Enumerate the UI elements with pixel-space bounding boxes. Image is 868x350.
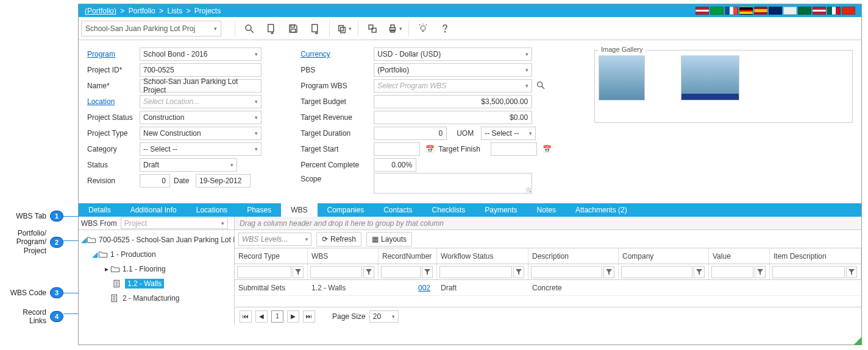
pager-first[interactable]: ⏮ (240, 310, 252, 323)
delete-doc-icon[interactable] (306, 19, 324, 38)
filter-icon[interactable] (422, 266, 433, 278)
search-icon[interactable] (240, 19, 258, 38)
add-doc-icon[interactable] (262, 19, 280, 38)
tab-notes[interactable]: Notes (527, 203, 566, 217)
target-duration-input[interactable]: 0 (374, 127, 447, 140)
pager-page[interactable]: 1 (271, 310, 283, 323)
tab-additional-info[interactable]: Additional Info (121, 203, 187, 217)
flag-us2[interactable] (813, 7, 826, 15)
tab-payments[interactable]: Payments (475, 203, 527, 217)
page-size-select[interactable]: 20▾ (369, 310, 399, 323)
wbs-from-select[interactable]: Project▾ (121, 217, 228, 229)
flag-us[interactable] (695, 7, 709, 15)
project-selector[interactable]: School-San Juan Parking Lot Proj▾ (81, 21, 221, 37)
filter-icon[interactable] (694, 266, 705, 278)
scope-textarea[interactable] (374, 173, 532, 194)
tab-contacts[interactable]: Contacts (374, 203, 422, 217)
category-select[interactable]: -- Select --▾ (140, 142, 261, 156)
pager-next[interactable]: ▶ (287, 310, 299, 323)
flag-es[interactable] (754, 7, 767, 15)
calendar-start-icon[interactable]: 📅 (425, 145, 435, 153)
filter-de[interactable] (531, 266, 602, 278)
save-icon[interactable] (284, 19, 302, 38)
filter-id[interactable] (772, 266, 845, 278)
date-input[interactable]: 19-Sep-2012 (196, 174, 251, 187)
flag-sa[interactable] (798, 7, 811, 15)
search-wbs-icon[interactable] (536, 80, 546, 92)
tree-node-walls[interactable]: 1.2 - Walls (79, 276, 234, 291)
record-number-link[interactable]: 002 (418, 284, 430, 292)
wbs-levels-select[interactable]: WBS Levels...▾ (238, 233, 311, 246)
filter-icon[interactable] (363, 266, 374, 278)
layouts-button[interactable]: ▦Layouts (366, 232, 412, 247)
filter-co[interactable] (621, 266, 692, 278)
uom-select[interactable]: -- Select --▾ (481, 127, 536, 140)
crumb-root[interactable]: (Portfolio) (85, 7, 116, 15)
tab-locations[interactable]: Locations (187, 203, 237, 217)
project-type-select[interactable]: New Construction▾ (140, 127, 261, 140)
copy-dropdown-icon[interactable] (335, 19, 353, 38)
program-wbs-select[interactable]: Select Program WBS▾ (374, 79, 532, 93)
col-record-number[interactable]: RecordNumber (379, 248, 437, 264)
col-item-description[interactable]: Item Description (770, 248, 861, 264)
tab-details[interactable]: Details (79, 203, 121, 217)
duplicate-icon[interactable] (363, 19, 382, 38)
flag-generic[interactable] (783, 7, 797, 15)
print-dropdown-icon[interactable] (385, 19, 404, 38)
program-select[interactable]: School Bond - 2016▾ (140, 47, 261, 61)
tree-node-production[interactable]: ◢ 1 - Production (79, 247, 234, 262)
flag-br[interactable] (710, 7, 724, 15)
col-company[interactable]: Company (619, 248, 709, 264)
tree-node-root[interactable]: ◢ 700-0525 - School-San Juan Parking Lot… (79, 233, 234, 247)
col-record-type[interactable]: Record Type (235, 248, 308, 264)
name-input[interactable]: School-San Juan Parking Lot Project (140, 79, 261, 93)
status-select[interactable]: Draft▾ (140, 158, 237, 172)
label-program[interactable]: Program (87, 50, 140, 58)
tree-node-manufacturing[interactable]: 2 - Manufacturing (79, 291, 234, 306)
filter-wbs[interactable] (310, 266, 362, 278)
filter-icon[interactable] (293, 266, 304, 278)
flag-mx[interactable] (827, 7, 841, 15)
pager-prev[interactable]: ◀ (255, 310, 268, 323)
col-workflow-status[interactable]: Workflow Status (437, 248, 528, 264)
tab-wbs[interactable]: WBS (281, 203, 317, 217)
flag-fr[interactable] (725, 7, 738, 15)
lightbulb-icon[interactable] (414, 19, 432, 38)
help-icon[interactable] (436, 19, 454, 38)
filter-va[interactable] (711, 266, 753, 278)
currency-select[interactable]: USD - Dollar (USD)▾ (374, 47, 532, 61)
target-finish-input[interactable] (491, 142, 537, 156)
calendar-finish-icon[interactable]: 📅 (542, 145, 552, 153)
target-revenue-input[interactable]: $0.00 (374, 111, 532, 124)
percent-complete-input[interactable]: 0.00% (374, 158, 416, 172)
col-wbs[interactable]: WBS (308, 248, 379, 264)
filter-icon[interactable] (603, 266, 614, 278)
tab-phases[interactable]: Phases (237, 203, 281, 217)
label-location[interactable]: Location (87, 97, 140, 106)
revision-input[interactable]: 0 (140, 174, 170, 187)
target-budget-input[interactable]: $3,500,000.00 (374, 95, 532, 108)
tree-node-flooring[interactable]: ▸ 1.1 - Flooring (79, 262, 234, 276)
refresh-button[interactable]: ⟳Refresh (316, 232, 361, 247)
group-hint[interactable]: Drag a column header and drop it here to… (235, 217, 861, 230)
tab-attachments[interactable]: Attachments (2) (566, 203, 637, 217)
pbs-select[interactable]: (Portfolio)▾ (374, 63, 532, 77)
flag-de[interactable] (739, 7, 753, 15)
filter-icon[interactable] (755, 266, 766, 278)
col-description[interactable]: Description (528, 248, 619, 264)
filter-icon[interactable] (513, 266, 524, 278)
filter-rn[interactable] (381, 266, 421, 278)
gallery-thumb-2[interactable] (681, 55, 739, 100)
tab-checklists[interactable]: Checklists (422, 203, 475, 217)
filter-icon[interactable] (846, 266, 857, 278)
label-currency[interactable]: Currency (301, 50, 374, 58)
flag-cn[interactable] (842, 7, 855, 15)
pager-last[interactable]: ⏭ (303, 310, 315, 323)
location-select[interactable]: Select Location...▾ (140, 95, 261, 108)
project-id-input[interactable]: 700-0525 (140, 63, 261, 77)
table-row[interactable]: Submittal Sets 1.2 - Walls 002 Draft Con… (235, 280, 861, 296)
filter-rt[interactable] (237, 266, 291, 278)
tab-companies[interactable]: Companies (318, 203, 374, 217)
flag-au[interactable] (769, 7, 782, 15)
gallery-thumb-1[interactable] (599, 55, 645, 100)
